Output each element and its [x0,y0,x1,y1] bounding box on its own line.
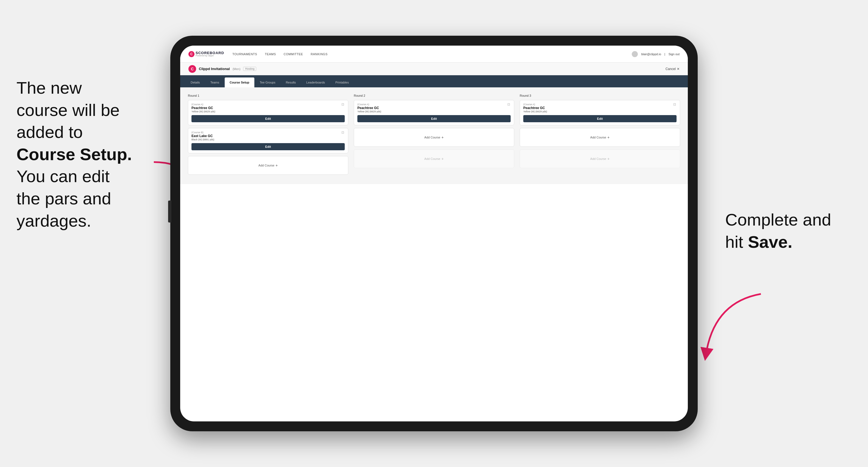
annotation-left-line1: The new [17,78,82,97]
annotation-left-line6: yardages. [17,211,91,230]
annotation-right-line2: hit [725,232,748,251]
tab-teams[interactable]: Teams [206,77,224,87]
hosting-badge: Hosting [243,67,256,71]
round-2-course-a-name: Peachtree GC [358,106,510,110]
cancel-button[interactable]: Cancel ✕ [665,67,680,71]
annotation-right: Complete and hit Save. [725,209,846,253]
annotation-right-bold: Save. [748,232,793,251]
tournament-logo-icon: C [188,65,196,73]
round-1-course-a-name: Peachtree GC [191,106,345,110]
round-2-course-a-tee: Yellow (M) (6629 yds) [358,110,510,113]
round-2-add-course-disabled-button: Add Course + [354,150,514,168]
round-1-add-course-plus-icon: + [276,163,278,167]
powered-by-text: Powered by clippd [195,55,224,57]
tab-leaderboards[interactable]: Leaderboards [301,77,330,87]
round-1-course-a-delete-icon[interactable]: ⊡ [341,102,346,107]
round-3-course-a-label: (Course A) [523,103,677,106]
tablet-screen: C SCOREBOARD Powered by clippd TOURNAMEN… [180,45,688,422]
round-1-course-a-edit-button[interactable]: Edit [191,115,345,122]
round-2-add-course-disabled-plus-icon: + [441,157,444,161]
round-3-course-a-delete-icon[interactable]: ⊡ [673,102,678,107]
clippd-logo-icon: C [188,51,194,57]
annotation-right-line1: Complete and [725,210,831,229]
tab-printables[interactable]: Printables [331,77,354,87]
round-2-label: Round 2 [354,94,514,97]
tournament-bar-left: C Clippd Invitational (Men) Hosting [188,65,256,73]
tablet-side-button [168,200,172,222]
round-2-add-course-plus-icon: + [441,135,444,139]
arrow-right [698,291,769,363]
tournament-gender: (Men) [232,67,241,71]
round-1-course-b-edit-button[interactable]: Edit [191,143,345,150]
tournament-name: Clippd Invitational [199,67,230,71]
round-2-add-course-label: Add Course [424,136,440,139]
round-2-course-a-label: (Course A) [358,103,510,106]
nav-link-teams[interactable]: TEAMS [265,53,276,56]
rounds-grid: Round 1 ⊡ (Course A) Peachtree GC Yellow… [188,94,680,178]
round-3-add-course-plus-icon: + [607,135,610,139]
brand-logo: C SCOREBOARD Powered by clippd [188,51,224,57]
top-nav-right: blair@clippd.io | Sign out [632,51,680,57]
round-1-course-a-card: ⊡ (Course A) Peachtree GC Yellow (M) (66… [188,100,348,125]
annotation-left-bold: Course Setup. [17,145,132,164]
top-nav: C SCOREBOARD Powered by clippd TOURNAMEN… [180,45,688,63]
annotation-left: The new course will be added to Course S… [17,77,170,232]
round-2-course-a-edit-button[interactable]: Edit [358,115,510,122]
annotation-left-line3: added to [17,123,83,142]
tab-tee-groups[interactable]: Tee Groups [255,77,280,87]
sign-out-link[interactable]: Sign out [669,53,680,56]
nav-separator: | [664,53,665,56]
round-1-course-b-label: (Course B) [191,131,345,134]
round-3-course-a-name: Peachtree GC [523,106,677,110]
nav-link-committee[interactable]: COMMITTEE [284,53,303,56]
round-3-add-course-label: Add Course [590,136,606,139]
user-email: blair@clippd.io [641,53,661,56]
round-2-add-course-disabled-label: Add Course [424,157,440,160]
round-1-column: Round 1 ⊡ (Course A) Peachtree GC Yellow… [188,94,348,178]
round-3-add-course-disabled-label: Add Course [590,157,606,160]
round-2-course-a-delete-icon[interactable]: ⊡ [507,102,512,107]
nav-link-rankings[interactable]: RANKINGS [311,53,328,56]
round-1-add-course-button[interactable]: Add Course + [188,156,348,175]
top-nav-links: TOURNAMENTS TEAMS COMMITTEE RANKINGS [232,53,632,56]
annotation-left-line4: You can edit [17,167,110,186]
cancel-x-icon: ✕ [677,67,680,71]
tab-bar: Details Teams Course Setup Tee Groups Re… [180,75,688,87]
round-2-course-a-card: ⊡ (Course A) Peachtree GC Yellow (M) (66… [354,100,514,125]
nav-link-tournaments[interactable]: TOURNAMENTS [232,53,257,56]
content-area: Round 1 ⊡ (Course A) Peachtree GC Yellow… [180,87,688,184]
round-3-course-a-tee: Yellow (M) (6629 yds) [523,110,677,113]
tournament-bar: C Clippd Invitational (Men) Hosting Canc… [180,63,688,75]
user-avatar [632,51,638,57]
round-2-add-course-button[interactable]: Add Course + [354,128,514,147]
round-1-label: Round 1 [188,94,348,97]
tab-results[interactable]: Results [281,77,301,87]
round-3-add-course-disabled-plus-icon: + [607,157,610,161]
tab-details[interactable]: Details [186,77,205,87]
round-3-label: Round 3 [520,94,680,97]
round-1-course-b-delete-icon[interactable]: ⊡ [341,130,346,135]
annotation-left-line5: the pars and [17,189,111,208]
round-3-add-course-button[interactable]: Add Course + [520,128,680,147]
round-3-column: Round 3 ⊡ (Course A) Peachtree GC Yellow… [520,94,680,178]
annotation-left-line2: course will be [17,100,120,120]
tab-course-setup[interactable]: Course Setup [225,77,254,87]
round-3-add-course-disabled-button: Add Course + [520,150,680,168]
round-1-course-b-name: East Lake GC [191,134,345,138]
round-1-course-b-card: ⊡ (Course B) East Lake GC Black (M) (689… [188,128,348,153]
round-1-course-a-tee: Yellow (M) (6629 yds) [191,110,345,113]
round-3-course-a-card: ⊡ (Course A) Peachtree GC Yellow (M) (66… [520,100,680,125]
round-1-course-b-tee: Black (M) (6891 yds) [191,138,345,141]
round-3-course-a-edit-button[interactable]: Edit [523,115,677,122]
round-1-add-course-label: Add Course [258,164,274,167]
round-1-course-a-label: (Course A) [191,103,345,106]
round-2-column: Round 2 ⊡ (Course A) Peachtree GC Yellow… [354,94,514,178]
tablet-shell: C SCOREBOARD Powered by clippd TOURNAMEN… [170,36,698,431]
